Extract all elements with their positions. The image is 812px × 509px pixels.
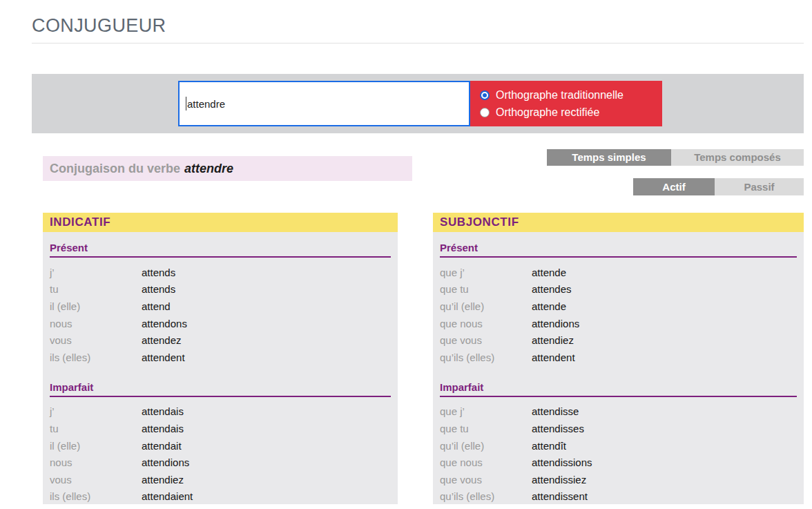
pronoun-label: il (elle)	[50, 300, 142, 312]
verb-form: attendissiez	[532, 474, 586, 486]
conjugation-row: il (elle) attendait	[50, 437, 391, 454]
conjugation-row: que tu attendes	[440, 281, 797, 298]
verb-form: attendions	[532, 318, 579, 329]
verb-form: attendît	[532, 440, 566, 452]
pronoun-label: que j’	[440, 267, 532, 278]
tab-voice[interactable]: Passif	[715, 178, 804, 195]
pronoun-label: il (elle)	[50, 440, 142, 452]
orthography-options: Orthographe traditionnelle Orthographe r…	[470, 81, 662, 126]
verb-form: attendisses	[532, 423, 584, 434]
pronoun-label: que tu	[440, 423, 532, 434]
pronoun-label: j’	[50, 267, 142, 278]
verb-form: attendions	[142, 457, 189, 468]
result-title-verb: attendre	[184, 162, 233, 176]
conjugation-row: qu’il (elle) attende	[440, 298, 797, 315]
conjugation-row: qu’ils (elles) attendissent	[440, 488, 797, 506]
pronoun-label: que nous	[440, 318, 532, 329]
verb-form: attendisse	[532, 405, 579, 417]
conjugation-row: que j’ attendisse	[440, 403, 797, 421]
verb-form: attend	[142, 300, 171, 312]
conjugation-row: tu attends	[50, 281, 391, 298]
tense-title: Présent	[50, 242, 391, 258]
tense-title: Présent	[440, 242, 797, 258]
mood-header: INDICATIF	[43, 213, 398, 232]
conjugation-rows: que j’ attende que tu attendes	[440, 264, 797, 366]
mood-panel: SUBJONCTIF Présent que j’ attende	[433, 213, 804, 504]
pronoun-label: que vous	[440, 334, 532, 346]
conjugation-row: tu attendais	[50, 420, 391, 437]
voice-tabs: Actif Passif	[633, 178, 804, 195]
radio-option-label: Orthographe rectifiée	[496, 106, 599, 119]
verb-form: attendent	[532, 352, 575, 363]
pronoun-label: que nous	[440, 457, 532, 468]
conjugation-row: nous attendions	[50, 454, 391, 471]
conjugation-row: que vous attendissiez	[440, 471, 797, 488]
verb-form: attendiez	[532, 334, 574, 346]
pronoun-label: nous	[50, 318, 142, 329]
tense-section: Imparfait que j’ attendisse que tu	[440, 381, 797, 506]
verb-form: attendissent	[532, 490, 588, 502]
result-title: Conjugaison du verbe attendre	[43, 156, 412, 181]
pronoun-label: tu	[50, 423, 142, 434]
conjugation-row: ils (elles) attendent	[50, 349, 391, 366]
conjugation-rows: j’ attendais tu attendais il (	[50, 403, 391, 506]
pronoun-label: que j’	[440, 405, 532, 417]
pronoun-label: que vous	[440, 474, 532, 486]
conjugation-row: nous attendons	[50, 315, 391, 332]
pronoun-label: qu’il (elle)	[440, 440, 532, 452]
conjugation-row: que vous attendiez	[440, 332, 797, 349]
pronoun-label: tu	[50, 283, 142, 295]
verb-form: attendes	[532, 283, 572, 295]
tense-section: Imparfait j’ attendais tu	[50, 381, 391, 506]
radio-option-label: Orthographe traditionnelle	[496, 89, 624, 102]
conjugation-row: j’ attendais	[50, 403, 391, 421]
verb-form: attendaient	[142, 490, 193, 502]
page-title: CONJUGUEUR	[32, 15, 166, 37]
radio-icon[interactable]	[480, 90, 490, 100]
verb-form: attendait	[142, 440, 182, 452]
conjugation-panels: INDICATIF Présent j’ attends	[43, 213, 804, 504]
conjugation-row: qu’ils (elles) attendent	[440, 349, 797, 366]
conjugation-row: vous attendez	[50, 332, 391, 349]
pronoun-label: que tu	[440, 283, 532, 295]
verb-form: attendais	[142, 423, 184, 434]
tab-tense[interactable]: Temps composés	[671, 149, 804, 166]
pronoun-label: qu’ils (elles)	[440, 352, 532, 363]
pronoun-label: ils (elles)	[50, 490, 142, 502]
result-title-prefix: Conjugaison du verbe	[50, 162, 180, 176]
verb-form: attends	[142, 267, 175, 278]
verb-form: attendiez	[142, 474, 184, 486]
tab-voice[interactable]: Actif	[633, 178, 715, 195]
radio-icon[interactable]	[480, 108, 490, 117]
mood-body: Présent que j’ attende que tu	[433, 242, 804, 505]
pronoun-label: nous	[50, 457, 142, 468]
pronoun-label: vous	[50, 474, 142, 486]
conjugation-row: j’ attends	[50, 264, 391, 281]
tab-tense[interactable]: Temps simples	[547, 149, 671, 166]
verb-form: attends	[142, 283, 175, 295]
radio-option[interactable]: Orthographe rectifiée	[480, 104, 662, 121]
conjugation-row: que nous attendissions	[440, 454, 797, 471]
verb-input-value: attendre	[187, 98, 225, 110]
mood-header: SUBJONCTIF	[433, 213, 804, 232]
pronoun-label: vous	[50, 334, 142, 346]
conjugation-row: que j’ attende	[440, 264, 797, 281]
conjugation-row: que nous attendions	[440, 315, 797, 332]
pronoun-label: ils (elles)	[50, 352, 142, 363]
conjugation-row: qu’il (elle) attendît	[440, 437, 797, 454]
title-divider	[32, 43, 804, 44]
pronoun-label: qu’il (elle)	[440, 300, 532, 312]
verb-form: attende	[532, 300, 566, 312]
tense-section: Présent que j’ attende que tu	[440, 242, 797, 366]
pronoun-label: j’	[50, 405, 142, 417]
text-caret	[186, 97, 186, 111]
search-bar: attendre Orthographe traditionnelle Orth…	[32, 74, 804, 133]
verb-form: attendais	[142, 405, 184, 417]
pronoun-label: qu’ils (elles)	[440, 490, 532, 502]
mood-body: Présent j’ attends tu	[43, 242, 398, 505]
verb-form: attendez	[142, 334, 182, 346]
verb-input[interactable]: attendre	[178, 81, 470, 126]
conjugation-row: que tu attendisses	[440, 420, 797, 437]
tense-title: Imparfait	[440, 381, 797, 397]
radio-option[interactable]: Orthographe traditionnelle	[480, 86, 662, 104]
